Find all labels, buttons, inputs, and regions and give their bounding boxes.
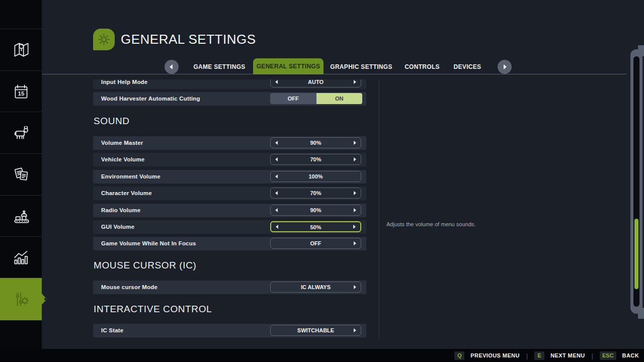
setting-label: Input Help Mode xyxy=(101,79,147,89)
mouse-cursor-mode-stepper[interactable]: IC ALWAYS xyxy=(270,282,361,293)
setting-label: Game Volume While Not In Focus xyxy=(101,237,196,250)
section-title-sound: SOUND xyxy=(94,116,130,127)
setting-label: GUI Volume xyxy=(101,220,134,234)
row-radio-volume: Radio Volume 90% xyxy=(93,204,366,217)
stepper-right-arrow-icon[interactable] xyxy=(354,208,356,212)
row-mouse-cursor-mode: Mouse cursor Mode IC ALWAYS xyxy=(93,281,366,294)
stepper-value: 100% xyxy=(271,171,361,182)
sidebar-item-production[interactable] xyxy=(0,195,42,236)
setting-label: IC State xyxy=(101,324,123,337)
stepper-value: 90% xyxy=(271,138,361,148)
row-game-volume-focus: Game Volume While Not In Focus OFF xyxy=(93,237,366,250)
stepper-right-arrow-icon[interactable] xyxy=(354,157,356,161)
stepper-right-arrow-icon[interactable] xyxy=(354,328,356,332)
general-settings-badge xyxy=(93,29,115,50)
sidebar-item-contracts[interactable] xyxy=(0,153,42,195)
setting-label: Radio Volume xyxy=(101,204,140,217)
stepper-value: 70% xyxy=(271,188,361,198)
row-ic-state: IC State SWITCHABLE xyxy=(93,324,366,337)
key-badge-esc: ESC xyxy=(600,351,616,360)
stepper-value: 50% xyxy=(271,222,360,231)
sidebar-item-animals[interactable] xyxy=(0,112,42,153)
game-volume-focus-stepper[interactable]: OFF xyxy=(270,238,361,249)
vehicle-volume-stepper[interactable]: 70% xyxy=(270,154,361,165)
gui-volume-stepper[interactable]: 50% xyxy=(270,221,361,232)
hint-separator: | xyxy=(526,352,528,359)
tab-underline xyxy=(42,74,627,74)
sidebar-item-settings[interactable] xyxy=(0,278,42,320)
settings-icon xyxy=(11,289,32,310)
character-volume-stepper[interactable]: 70% xyxy=(270,188,361,199)
setting-label: Wood Harvester Automatic Cutting xyxy=(101,92,200,106)
sidebar: 15 xyxy=(0,0,42,349)
key-badge-q: Q xyxy=(454,351,464,360)
back-hint[interactable]: ESC BACK xyxy=(600,351,639,360)
page-title: GENERAL SETTINGS xyxy=(121,32,256,47)
ic-state-stepper[interactable]: SWITCHABLE xyxy=(270,325,361,336)
stepper-right-arrow-icon[interactable] xyxy=(354,191,356,195)
row-character-volume: Character Volume 70% xyxy=(93,187,366,200)
wood-harvester-toggle: OFF ON xyxy=(270,93,362,104)
map-icon xyxy=(11,39,32,60)
section-title-interactive-control: INTERACTIVE CONTROL xyxy=(94,304,212,315)
stepper-value: AUTO xyxy=(271,79,361,87)
toggle-off-option[interactable]: OFF xyxy=(270,93,316,104)
statistics-icon xyxy=(11,247,32,268)
key-badge-e: E xyxy=(534,351,544,360)
setting-description: Adjusts the volume of menu sounds. xyxy=(386,221,475,227)
stepper-value: SWITCHABLE xyxy=(271,325,361,335)
sidebar-item-map[interactable] xyxy=(0,29,42,70)
stepper-right-arrow-icon[interactable] xyxy=(354,141,356,145)
tabs-prev-button[interactable] xyxy=(165,60,179,74)
row-environment-volume: Environment Volume 100% xyxy=(93,170,366,184)
previous-menu-hint[interactable]: Q PREVIOUS MENU xyxy=(454,351,520,360)
tab-graphic-settings[interactable]: GRAPHIC SETTINGS xyxy=(330,63,392,70)
stepper-value: OFF xyxy=(271,238,361,248)
hint-label: NEXT MENU xyxy=(550,352,585,358)
next-menu-hint[interactable]: E NEXT MENU xyxy=(534,351,585,360)
calendar-icon: 15 xyxy=(11,81,32,102)
hint-label: PREVIOUS MENU xyxy=(470,352,520,358)
panel-divider xyxy=(379,79,379,338)
settings-list: Input Help Mode AUTO Wood Harvester Auto… xyxy=(93,79,366,338)
row-volume-master: Volume Master 90% xyxy=(93,136,366,150)
contracts-icon xyxy=(11,164,32,185)
tabs-next-button[interactable] xyxy=(498,60,512,74)
hint-separator: | xyxy=(592,352,593,359)
stepper-right-arrow-icon[interactable] xyxy=(354,80,356,84)
tab-general-settings[interactable]: GENERAL SETTINGS xyxy=(253,58,324,74)
section-title-mouse-cursor: MOUSE CURSOR (IC) xyxy=(94,260,196,271)
stepper-value: 70% xyxy=(271,154,361,164)
setting-label: Vehicle Volume xyxy=(101,153,144,166)
chevron-right-icon xyxy=(504,64,507,69)
radio-volume-stepper[interactable]: 90% xyxy=(270,205,361,216)
hint-label: BACK xyxy=(622,352,639,358)
active-item-notch-dot xyxy=(44,298,46,300)
stepper-value: IC ALWAYS xyxy=(271,282,361,292)
tab-controls[interactable]: CONTROLS xyxy=(405,63,440,70)
stepper-right-arrow-icon[interactable] xyxy=(354,241,356,245)
tab-game-settings[interactable]: GAME SETTINGS xyxy=(193,63,245,70)
toggle-on-option[interactable]: ON xyxy=(316,93,363,104)
scrollbar-thumb[interactable] xyxy=(634,219,638,289)
volume-master-stepper[interactable]: 90% xyxy=(270,137,361,148)
production-icon xyxy=(11,206,32,227)
setting-label: Character Volume xyxy=(101,187,152,200)
bottom-bar: Q PREVIOUS MENU | E NEXT MENU | ESC BACK xyxy=(0,349,644,362)
setting-label: Volume Master xyxy=(101,136,143,150)
calendar-day: 15 xyxy=(18,90,24,97)
stepper-right-arrow-icon[interactable] xyxy=(353,225,356,229)
row-gui-volume: GUI Volume 50% xyxy=(93,220,366,234)
input-help-mode-stepper[interactable]: AUTO xyxy=(270,79,361,87)
sidebar-item-calendar[interactable]: 15 xyxy=(0,70,42,112)
cow-icon xyxy=(11,122,32,143)
sidebar-item-statistics[interactable] xyxy=(0,236,42,278)
row-input-help-mode: Input Help Mode AUTO xyxy=(93,79,366,89)
environment-volume-stepper[interactable]: 100% xyxy=(270,171,361,182)
stepper-right-arrow-icon[interactable] xyxy=(354,285,356,289)
setting-label: Environment Volume xyxy=(101,170,160,184)
stepper-value: 90% xyxy=(271,205,361,215)
tab-devices[interactable]: DEVICES xyxy=(454,63,481,70)
setting-label: Mouse cursor Mode xyxy=(101,281,157,294)
row-vehicle-volume: Vehicle Volume 70% xyxy=(93,153,366,166)
